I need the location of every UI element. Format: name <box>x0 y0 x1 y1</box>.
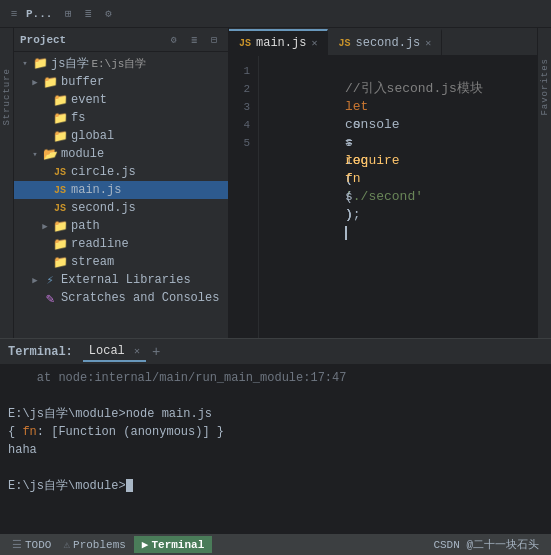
s-var: s <box>345 135 353 150</box>
scratches-icon: ✎ <box>42 290 58 306</box>
terminal-content[interactable]: at node:internal/main/run_main_module:17… <box>0 365 551 533</box>
settings-icon[interactable]: ⚙ <box>100 6 116 22</box>
tree-root[interactable]: ▾ 📁 js自学 E:\js自学 <box>14 54 228 73</box>
tab-main-js[interactable]: JS main.js ✕ <box>229 29 328 55</box>
second-label: second.js <box>71 201 136 215</box>
t-line-5: haha <box>8 441 543 459</box>
toolbar: ≡ P... ⊞ ≣ ⚙ <box>0 0 551 28</box>
csdn-label: CSDN @二十一块石头 <box>429 537 543 552</box>
tree-item-main[interactable]: JS main.js <box>14 181 228 199</box>
readline-arrow <box>38 237 52 251</box>
t-line-4: { fn: [Function (anonymous)] } <box>8 423 543 441</box>
root-arrow: ▾ <box>18 57 32 71</box>
t-line-6 <box>8 459 543 477</box>
tab-second-js-icon: JS <box>338 38 350 49</box>
tree-item-second[interactable]: JS second.js <box>14 199 228 217</box>
code-content[interactable]: //引入second.js模块 let s = require ( './sec… <box>259 56 537 338</box>
stream-label: stream <box>71 255 114 269</box>
problems-label: Problems <box>73 539 126 551</box>
root-folder-icon: 📁 <box>32 56 48 72</box>
tree-item-buffer[interactable]: ▶ 📁 buffer <box>14 73 228 91</box>
refresh-icon[interactable]: ⊞ <box>60 6 76 22</box>
tab-second-js[interactable]: JS second.js ✕ <box>328 29 442 55</box>
readline-folder-icon: 📁 <box>52 236 68 252</box>
event-folder-icon: 📁 <box>52 92 68 108</box>
terminal-status-item[interactable]: ▶ Terminal <box>134 536 212 553</box>
main-area: Structure Project ⚙ ≣ ⊟ ▾ 📁 js自学 E:\js自学… <box>0 28 551 338</box>
todo-status-item[interactable]: ☰ TODO <box>8 538 55 551</box>
sidebar-title: Project <box>20 34 66 46</box>
project-dropdown[interactable]: P... <box>26 8 52 20</box>
line-num-2: 2 <box>229 80 258 98</box>
event-arrow <box>38 93 52 107</box>
stream-folder-icon: 📁 <box>52 254 68 270</box>
console-var: console <box>345 117 400 132</box>
scratches-arrow <box>28 291 42 305</box>
t-line-3: E:\js自学\module>node main.js <box>8 405 543 423</box>
text-cursor <box>345 226 347 240</box>
path-label: path <box>71 219 100 233</box>
module-label: module <box>61 147 104 161</box>
ext-lib-label: External Libraries <box>61 273 191 287</box>
sidebar-icon-1[interactable]: ⚙ <box>166 32 182 48</box>
problems-status-item[interactable]: ⚠ Problems <box>59 538 129 551</box>
status-right: CSDN @二十一块石头 <box>429 537 543 552</box>
tab-main-js-close[interactable]: ✕ <box>311 37 317 49</box>
tab-second-js-label: second.js <box>355 36 420 50</box>
editor-tabs: JS main.js ✕ JS second.js ✕ <box>229 28 537 56</box>
buffer-arrow: ▶ <box>28 75 42 89</box>
root-label: js自学 <box>51 55 89 72</box>
global-folder-icon: 📁 <box>52 128 68 144</box>
editor-area: JS main.js ✕ JS second.js ✕ 1 2 3 4 5 //… <box>229 28 537 338</box>
terminal-tab-local[interactable]: Local ✕ <box>83 342 146 362</box>
tree-item-path[interactable]: ▶ 📁 path <box>14 217 228 235</box>
sidebar-icon-2[interactable]: ≣ <box>186 32 202 48</box>
tree-item-module[interactable]: ▾ 📂 module <box>14 145 228 163</box>
tree-item-global[interactable]: 📁 global <box>14 127 228 145</box>
terminal-area: Terminal: Local ✕ + at node:internal/mai… <box>0 338 551 533</box>
list-icon[interactable]: ≣ <box>80 6 96 22</box>
line-numbers: 1 2 3 4 5 <box>229 56 259 338</box>
local-tab-close[interactable]: ✕ <box>134 346 140 357</box>
code-line-1: //引入second.js模块 <box>267 62 529 80</box>
line-num-5: 5 <box>229 134 258 152</box>
menu-icon[interactable]: ≡ <box>6 6 22 22</box>
main-label: main.js <box>71 183 121 197</box>
tab-main-js-icon: JS <box>239 38 251 49</box>
tree-item-scratches[interactable]: ✎ Scratches and Consoles <box>14 289 228 307</box>
new-terminal-button[interactable]: + <box>152 344 160 360</box>
tree-item-event[interactable]: 📁 event <box>14 91 228 109</box>
sidebar-icon-3[interactable]: ⊟ <box>206 32 222 48</box>
favorites-label: Favorites <box>540 58 550 116</box>
tree-item-stream[interactable]: 📁 stream <box>14 253 228 271</box>
local-tab-label: Local <box>89 344 125 358</box>
left-stripe: Structure <box>0 28 14 338</box>
event-label: event <box>71 93 107 107</box>
status-bar: ☰ TODO ⚠ Problems ▶ Terminal CSDN @二十一块石… <box>0 533 551 555</box>
readline-label: readline <box>71 237 129 251</box>
module-folder-icon: 📂 <box>42 146 58 162</box>
fs-folder-icon: 📁 <box>52 110 68 126</box>
global-arrow <box>38 129 52 143</box>
string-second: './second' <box>345 189 423 204</box>
tree-item-fs[interactable]: 📁 fs <box>14 109 228 127</box>
global-label: global <box>71 129 114 143</box>
sidebar: Project ⚙ ≣ ⊟ ▾ 📁 js自学 E:\js自学 ▶ 📁 buffe… <box>14 28 229 338</box>
module-arrow: ▾ <box>28 147 42 161</box>
terminal-cursor <box>126 479 133 492</box>
line-num-3: 3 <box>229 98 258 116</box>
fs-arrow <box>38 111 52 125</box>
t-line-2 <box>8 387 543 405</box>
ext-lib-arrow: ▶ <box>28 273 42 287</box>
structure-label: Structure <box>2 68 12 126</box>
fn-paren-open: ( <box>345 189 353 204</box>
terminal-tabs: Terminal: Local ✕ + <box>0 339 551 365</box>
scratches-label: Scratches and Consoles <box>61 291 219 305</box>
tree-item-circle[interactable]: JS circle.js <box>14 163 228 181</box>
tree-item-ext-lib[interactable]: ▶ ⚡ External Libraries <box>14 271 228 289</box>
tab-second-js-close[interactable]: ✕ <box>425 37 431 49</box>
stream-arrow <box>38 255 52 269</box>
tree-item-readline[interactable]: 📁 readline <box>14 235 228 253</box>
code-editor: 1 2 3 4 5 //引入second.js模块 let s = requir… <box>229 56 537 338</box>
todo-label: TODO <box>25 539 51 551</box>
